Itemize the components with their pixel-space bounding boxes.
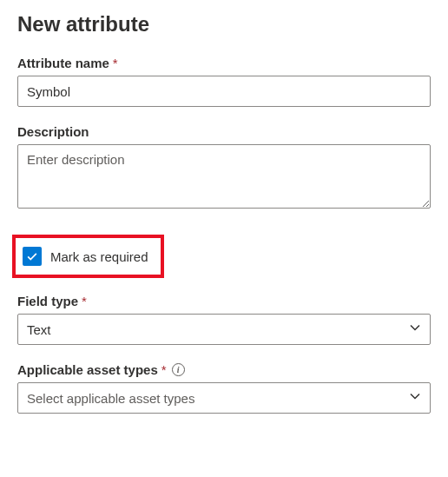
- label-text: Description: [17, 124, 89, 139]
- field-type-select-wrap: Text: [17, 314, 431, 345]
- required-star: *: [82, 294, 87, 308]
- label-text: Field type: [17, 294, 78, 308]
- attribute-name-field: Attribute name *: [17, 56, 431, 107]
- info-icon[interactable]: i: [172, 363, 185, 376]
- attribute-name-label: Attribute name *: [17, 56, 431, 70]
- page-title: New attribute: [17, 12, 431, 36]
- asset-types-select[interactable]: Select applicable asset types: [17, 382, 431, 414]
- asset-types-label: Applicable asset types * i: [17, 362, 431, 377]
- attribute-name-input[interactable]: [17, 76, 431, 107]
- asset-types-field: Applicable asset types * i Select applic…: [17, 362, 431, 414]
- label-text: Applicable asset types: [17, 362, 158, 377]
- asset-types-select-wrap: Select applicable asset types: [17, 382, 431, 414]
- required-star: *: [161, 362, 167, 377]
- required-star: *: [113, 56, 118, 70]
- checkmark-icon: [26, 250, 38, 262]
- description-field: Description: [17, 124, 431, 212]
- label-text: Attribute name: [17, 56, 109, 70]
- mark-required-checkbox[interactable]: Mark as required: [23, 247, 148, 266]
- description-input[interactable]: [17, 144, 431, 209]
- field-type-select[interactable]: Text: [17, 314, 431, 345]
- description-label: Description: [17, 124, 431, 139]
- select-value: Text: [27, 322, 51, 337]
- highlight-annotation: Mark as required: [12, 235, 164, 278]
- checkbox-label: Mark as required: [50, 249, 148, 264]
- field-type-field: Field type * Text: [17, 294, 431, 345]
- checkbox-box: [23, 247, 42, 266]
- select-placeholder: Select applicable asset types: [27, 391, 194, 406]
- field-type-label: Field type *: [17, 294, 431, 308]
